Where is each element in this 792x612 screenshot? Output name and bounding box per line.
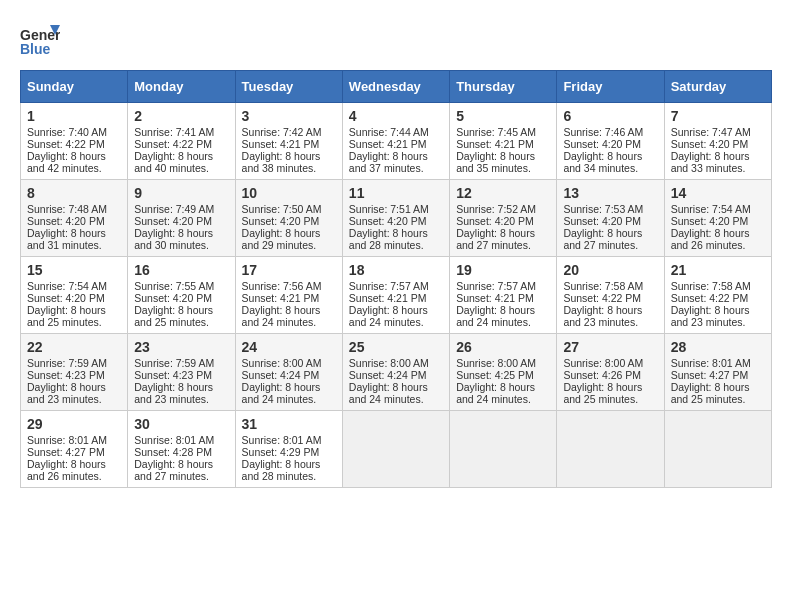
day-info-line: and 29 minutes. <box>242 239 336 251</box>
calendar-cell: 6Sunrise: 7:46 AMSunset: 4:20 PMDaylight… <box>557 103 664 180</box>
calendar-cell: 16Sunrise: 7:55 AMSunset: 4:20 PMDayligh… <box>128 257 235 334</box>
day-info-line: Sunset: 4:21 PM <box>242 292 336 304</box>
calendar-cell: 1Sunrise: 7:40 AMSunset: 4:22 PMDaylight… <box>21 103 128 180</box>
calendar-cell: 7Sunrise: 7:47 AMSunset: 4:20 PMDaylight… <box>664 103 771 180</box>
day-number: 1 <box>27 108 121 124</box>
calendar-cell: 4Sunrise: 7:44 AMSunset: 4:21 PMDaylight… <box>342 103 449 180</box>
day-info-line: and 24 minutes. <box>349 316 443 328</box>
day-info-line: and 27 minutes. <box>134 470 228 482</box>
day-info-line: Daylight: 8 hours <box>671 304 765 316</box>
calendar-cell: 17Sunrise: 7:56 AMSunset: 4:21 PMDayligh… <box>235 257 342 334</box>
day-info-line: Sunrise: 8:01 AM <box>134 434 228 446</box>
calendar-cell: 3Sunrise: 7:42 AMSunset: 4:21 PMDaylight… <box>235 103 342 180</box>
day-info-line: Daylight: 8 hours <box>349 227 443 239</box>
calendar-cell: 14Sunrise: 7:54 AMSunset: 4:20 PMDayligh… <box>664 180 771 257</box>
day-info-line: and 26 minutes. <box>671 239 765 251</box>
day-info-line: Sunset: 4:21 PM <box>242 138 336 150</box>
calendar-cell: 21Sunrise: 7:58 AMSunset: 4:22 PMDayligh… <box>664 257 771 334</box>
day-info-line: Sunrise: 7:40 AM <box>27 126 121 138</box>
day-info-line: and 24 minutes. <box>242 393 336 405</box>
day-info-line: and 26 minutes. <box>27 470 121 482</box>
page-header: General Blue <box>20 20 772 60</box>
day-info-line: Sunset: 4:20 PM <box>563 138 657 150</box>
day-info-line: Sunset: 4:20 PM <box>671 215 765 227</box>
day-number: 15 <box>27 262 121 278</box>
day-number: 14 <box>671 185 765 201</box>
day-info-line: and 25 minutes. <box>27 316 121 328</box>
day-number: 9 <box>134 185 228 201</box>
day-info-line: and 23 minutes. <box>27 393 121 405</box>
day-info-line: and 42 minutes. <box>27 162 121 174</box>
day-info-line: Daylight: 8 hours <box>563 381 657 393</box>
day-info-line: and 24 minutes. <box>242 316 336 328</box>
calendar-cell: 12Sunrise: 7:52 AMSunset: 4:20 PMDayligh… <box>450 180 557 257</box>
day-number: 21 <box>671 262 765 278</box>
day-info-line: Daylight: 8 hours <box>242 304 336 316</box>
day-number: 31 <box>242 416 336 432</box>
day-number: 27 <box>563 339 657 355</box>
day-info-line: Sunset: 4:23 PM <box>134 369 228 381</box>
day-info-line: Sunset: 4:20 PM <box>27 215 121 227</box>
day-info-line: Daylight: 8 hours <box>134 304 228 316</box>
day-info-line: Sunrise: 7:48 AM <box>27 203 121 215</box>
calendar-cell: 24Sunrise: 8:00 AMSunset: 4:24 PMDayligh… <box>235 334 342 411</box>
day-info-line: and 23 minutes. <box>671 316 765 328</box>
calendar-cell: 15Sunrise: 7:54 AMSunset: 4:20 PMDayligh… <box>21 257 128 334</box>
day-info-line: Sunrise: 7:44 AM <box>349 126 443 138</box>
calendar-cell: 18Sunrise: 7:57 AMSunset: 4:21 PMDayligh… <box>342 257 449 334</box>
col-header-saturday: Saturday <box>664 71 771 103</box>
day-info-line: Sunrise: 8:00 AM <box>349 357 443 369</box>
day-info-line: Sunset: 4:20 PM <box>27 292 121 304</box>
day-info-line: Daylight: 8 hours <box>242 227 336 239</box>
day-info-line: Sunset: 4:22 PM <box>671 292 765 304</box>
calendar-table: SundayMondayTuesdayWednesdayThursdayFrid… <box>20 70 772 488</box>
day-info-line: Sunrise: 7:41 AM <box>134 126 228 138</box>
calendar-cell: 13Sunrise: 7:53 AMSunset: 4:20 PMDayligh… <box>557 180 664 257</box>
day-number: 19 <box>456 262 550 278</box>
calendar-cell: 29Sunrise: 8:01 AMSunset: 4:27 PMDayligh… <box>21 411 128 488</box>
day-info-line: Sunset: 4:20 PM <box>456 215 550 227</box>
day-number: 10 <box>242 185 336 201</box>
day-number: 22 <box>27 339 121 355</box>
day-info-line: Sunrise: 8:01 AM <box>671 357 765 369</box>
day-info-line: and 27 minutes. <box>456 239 550 251</box>
day-number: 17 <box>242 262 336 278</box>
calendar-cell <box>557 411 664 488</box>
day-number: 7 <box>671 108 765 124</box>
calendar-cell: 9Sunrise: 7:49 AMSunset: 4:20 PMDaylight… <box>128 180 235 257</box>
day-info-line: Sunset: 4:20 PM <box>349 215 443 227</box>
day-info-line: Sunset: 4:25 PM <box>456 369 550 381</box>
day-info-line: and 23 minutes. <box>134 393 228 405</box>
calendar-cell: 25Sunrise: 8:00 AMSunset: 4:24 PMDayligh… <box>342 334 449 411</box>
day-info-line: Daylight: 8 hours <box>134 227 228 239</box>
calendar-cell: 20Sunrise: 7:58 AMSunset: 4:22 PMDayligh… <box>557 257 664 334</box>
day-info-line: and 40 minutes. <box>134 162 228 174</box>
day-number: 12 <box>456 185 550 201</box>
day-info-line: Sunrise: 7:52 AM <box>456 203 550 215</box>
calendar-cell: 26Sunrise: 8:00 AMSunset: 4:25 PMDayligh… <box>450 334 557 411</box>
calendar-cell: 30Sunrise: 8:01 AMSunset: 4:28 PMDayligh… <box>128 411 235 488</box>
calendar-cell: 31Sunrise: 8:01 AMSunset: 4:29 PMDayligh… <box>235 411 342 488</box>
day-info-line: and 24 minutes. <box>456 316 550 328</box>
day-info-line: Daylight: 8 hours <box>27 458 121 470</box>
day-info-line: Sunrise: 8:01 AM <box>242 434 336 446</box>
calendar-cell <box>450 411 557 488</box>
day-info-line: Daylight: 8 hours <box>242 381 336 393</box>
day-info-line: Sunrise: 7:53 AM <box>563 203 657 215</box>
day-info-line: Sunset: 4:24 PM <box>242 369 336 381</box>
day-info-line: Sunrise: 7:51 AM <box>349 203 443 215</box>
day-info-line: and 28 minutes. <box>242 470 336 482</box>
day-info-line: Sunset: 4:27 PM <box>27 446 121 458</box>
day-info-line: and 30 minutes. <box>134 239 228 251</box>
day-info-line: and 25 minutes. <box>134 316 228 328</box>
day-number: 25 <box>349 339 443 355</box>
day-number: 18 <box>349 262 443 278</box>
calendar-cell <box>342 411 449 488</box>
calendar-cell: 10Sunrise: 7:50 AMSunset: 4:20 PMDayligh… <box>235 180 342 257</box>
day-info-line: Daylight: 8 hours <box>456 304 550 316</box>
day-number: 4 <box>349 108 443 124</box>
day-info-line: Daylight: 8 hours <box>27 150 121 162</box>
day-info-line: Sunrise: 7:56 AM <box>242 280 336 292</box>
day-info-line: Daylight: 8 hours <box>242 150 336 162</box>
day-info-line: Daylight: 8 hours <box>27 381 121 393</box>
